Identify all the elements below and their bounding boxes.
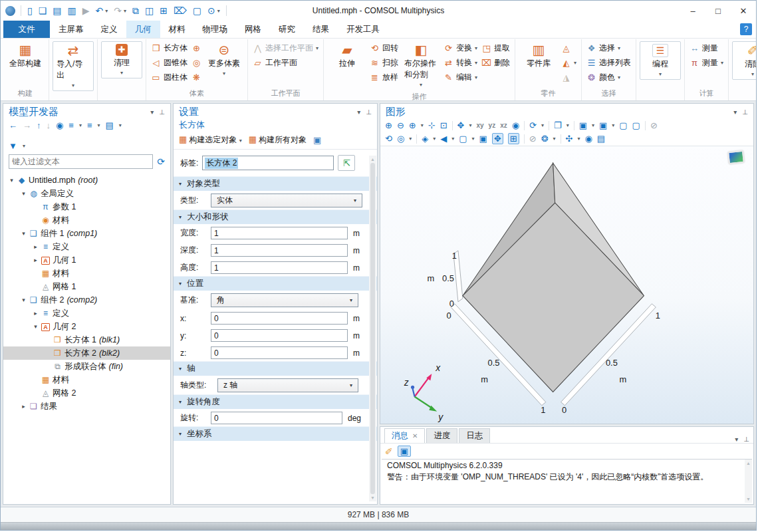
pin-icon[interactable]: ⊥ bbox=[742, 108, 748, 116]
measure-dropdown-button[interactable]: π测量▾ bbox=[688, 56, 725, 69]
close-button[interactable]: ✕ bbox=[731, 1, 756, 20]
hide-labels-icon[interactable]: ⊘ bbox=[529, 134, 537, 144]
settings-scrollbar[interactable]: ▲▼ bbox=[369, 156, 376, 501]
camera-icon[interactable]: ◉ bbox=[512, 120, 519, 130]
load-part-button[interactable]: ◭▾ bbox=[560, 56, 578, 69]
run-icon[interactable]: ▶ bbox=[82, 5, 90, 16]
section-rotation[interactable]: ▾旋转角度 bbox=[174, 394, 377, 409]
node-view-caret-icon[interactable]: ▾ bbox=[119, 122, 122, 128]
graphics-canvas[interactable]: 1 0.5 m 0 0 0.5 m 1 0 0.5 m 1 bbox=[380, 146, 753, 424]
open-file-icon[interactable]: ❏ bbox=[39, 5, 47, 16]
save-as-icon[interactable]: ▥ bbox=[68, 5, 76, 16]
extract-button[interactable]: ◳提取 bbox=[480, 41, 511, 55]
zoom-selected-icon[interactable]: ⊹ bbox=[428, 120, 436, 130]
move-down-icon[interactable]: ↓ bbox=[47, 120, 51, 130]
import-export-button[interactable]: ⇄ 导入/导出 ▾ bbox=[53, 41, 94, 91]
rename-button[interactable]: ⇱ bbox=[338, 155, 355, 171]
helix-button[interactable]: ❋ bbox=[190, 70, 203, 84]
axis-type-select[interactable]: z 轴▾ bbox=[217, 378, 358, 392]
tab-study[interactable]: 研究 bbox=[270, 21, 304, 38]
tree-item-materials2[interactable]: ▦材料 bbox=[3, 373, 170, 386]
tree-item-block2-selected[interactable]: ❒长方体 2(blk2) bbox=[3, 346, 170, 360]
wireframe-icon[interactable]: ◈ bbox=[422, 134, 428, 144]
cylinder-button[interactable]: ▭圆柱体 bbox=[150, 70, 189, 84]
show-icon[interactable]: ◉ bbox=[56, 120, 63, 130]
delete-icon[interactable]: ⌦ bbox=[174, 5, 187, 16]
tab-file[interactable]: 文件 bbox=[3, 21, 50, 38]
workplane-button[interactable]: ▱工作平面 bbox=[251, 56, 320, 69]
expand-arrow-icon[interactable]: ▾ bbox=[19, 230, 28, 237]
show-messages-icon[interactable]: ▣ bbox=[398, 446, 411, 457]
tree-item-geometry2[interactable]: ▾A几何 2 bbox=[3, 320, 170, 333]
back-icon[interactable]: ← bbox=[9, 120, 17, 130]
view-yz-icon[interactable]: yz bbox=[489, 122, 496, 129]
measure-button[interactable]: ↔测量 bbox=[688, 41, 725, 55]
edit-button[interactable]: ✎编辑▾ bbox=[442, 70, 479, 84]
refresh-icon[interactable]: ⟳ bbox=[157, 156, 165, 167]
collapse-caret-icon[interactable]: ▾ bbox=[79, 122, 82, 128]
tree-item-mesh2[interactable]: ◬网格 2 bbox=[3, 386, 170, 400]
zoom-in-icon[interactable]: ⊕ bbox=[385, 120, 392, 130]
save-icon[interactable]: ▤ bbox=[53, 5, 61, 16]
tree-item-component1[interactable]: ▾❑组件 1(comp1) bbox=[3, 227, 170, 240]
depth-input[interactable]: 1 bbox=[211, 244, 348, 257]
expand-arrow-icon[interactable]: ▸ bbox=[31, 310, 40, 317]
part-libraries-button[interactable]: ▥ 零件库 bbox=[519, 41, 559, 71]
clear-button[interactable]: ✐ 清除 ▾ bbox=[732, 41, 756, 80]
expand-arrow-icon[interactable]: ▾ bbox=[7, 177, 16, 184]
pin-icon[interactable]: ⊥ bbox=[366, 108, 372, 116]
move-up-icon[interactable]: ↑ bbox=[37, 120, 41, 130]
expand-arrow-icon[interactable]: ▸ bbox=[31, 257, 40, 263]
section-size-shape[interactable]: ▾大小和形状 bbox=[174, 209, 377, 224]
animation-icon[interactable]: ▣ bbox=[599, 120, 607, 130]
help-button[interactable]: ? bbox=[740, 23, 752, 35]
section-object-type[interactable]: ▾对象类型 bbox=[174, 176, 377, 191]
update-part-button[interactable]: ◮ bbox=[560, 70, 578, 84]
build-selected-button[interactable]: ▦构建选定对象 ▾ bbox=[179, 134, 242, 146]
tree-item-root[interactable]: ▾◆Untitled.mph(root) bbox=[3, 174, 170, 187]
tree-item-results[interactable]: ▸❏结果 bbox=[3, 400, 170, 413]
collapse-icon[interactable]: ≡ bbox=[68, 120, 74, 130]
panel-menu-caret-icon[interactable]: ▾ bbox=[150, 108, 154, 116]
select-objects-icon[interactable]: ▢ bbox=[619, 120, 627, 130]
block-button[interactable]: ❒长方体 bbox=[150, 41, 189, 55]
sphere-button[interactable]: ⊕ bbox=[190, 41, 203, 55]
close-tab-icon[interactable]: ✕ bbox=[412, 432, 418, 440]
search-icon[interactable]: ⊙ bbox=[207, 5, 215, 16]
tree-item-global-definitions[interactable]: ▾◍全局定义 bbox=[3, 187, 170, 200]
selection-list-button[interactable]: ☰选择列表 bbox=[585, 56, 632, 69]
tab-progress[interactable]: 进度 bbox=[426, 428, 457, 443]
expand-arrow-icon[interactable]: ▾ bbox=[19, 297, 28, 303]
image-snapshot-icon[interactable]: ▣ bbox=[579, 120, 587, 130]
build-all-button[interactable]: ▦ 全部构建 bbox=[5, 41, 45, 71]
section-coordinate-system[interactable]: ▾坐标系 bbox=[174, 426, 377, 441]
hide-objects-icon[interactable]: ⊘ bbox=[650, 120, 658, 130]
object-type-select[interactable]: 实体▾ bbox=[211, 194, 362, 207]
zoom-out-icon[interactable]: ⊖ bbox=[397, 120, 404, 130]
zoom-box-icon[interactable]: ⊕ bbox=[409, 120, 416, 130]
scene-copy-caret-icon[interactable]: ▾ bbox=[567, 122, 569, 128]
expand-arrow-icon[interactable]: ▸ bbox=[19, 403, 28, 410]
select-box-icon[interactable]: ▢ bbox=[193, 5, 201, 16]
maximize-button[interactable]: □ bbox=[705, 1, 731, 20]
pin-icon[interactable]: ⊥ bbox=[159, 108, 165, 116]
expand-icon[interactable]: ≡ bbox=[87, 120, 92, 130]
filter-input[interactable] bbox=[9, 154, 153, 169]
tree-item-definitions1[interactable]: ▸≡定义 bbox=[3, 240, 170, 253]
orbit-icon[interactable]: ⟲ bbox=[385, 134, 392, 144]
tree-item-definitions2[interactable]: ▸≡定义 bbox=[3, 307, 170, 320]
tab-materials[interactable]: 材料 bbox=[160, 21, 194, 38]
panel-menu-caret-icon[interactable]: ▾ bbox=[357, 108, 360, 116]
zoom-box-caret-icon[interactable]: ▾ bbox=[421, 122, 424, 128]
tab-home[interactable]: 主屏幕 bbox=[50, 21, 92, 38]
clear-messages-icon[interactable]: ✐ bbox=[385, 446, 393, 457]
tree-item-geometry1[interactable]: ▸A几何 1 bbox=[3, 253, 170, 267]
zoom-extents-icon[interactable]: ⊡ bbox=[440, 120, 447, 130]
expand-arrow-icon[interactable]: ▾ bbox=[31, 323, 40, 330]
transforms-button[interactable]: ⟳变换▾ bbox=[442, 41, 479, 55]
label-input[interactable]: 长方体 2 bbox=[202, 156, 334, 170]
palette-caret-icon[interactable]: ▾ bbox=[553, 136, 556, 142]
rotate-caret-icon[interactable]: ▾ bbox=[541, 122, 544, 128]
undo-icon[interactable]: ↶ bbox=[96, 5, 104, 16]
tree-item-mesh1[interactable]: ◬网格 1 bbox=[3, 280, 170, 293]
